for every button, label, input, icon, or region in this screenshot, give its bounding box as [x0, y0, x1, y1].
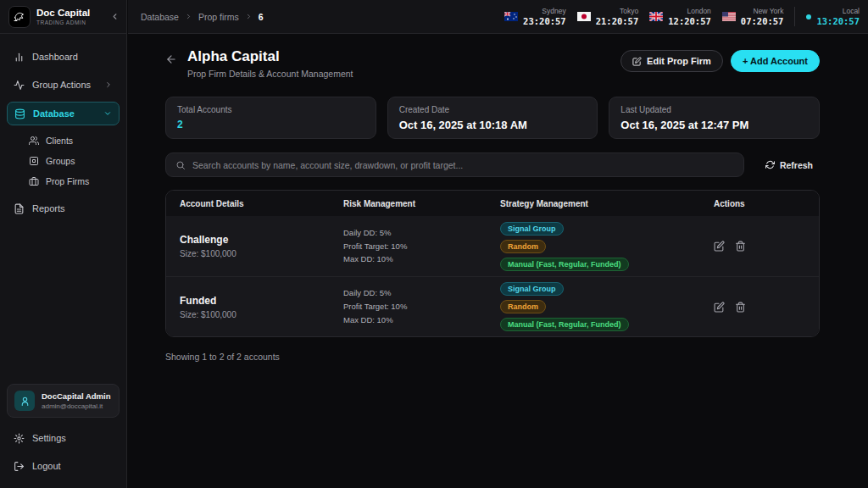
file-text-icon: [14, 203, 25, 214]
main-content: Alpha Capital Prop Firm Details & Accoun…: [128, 34, 868, 488]
table-header: Account Details Risk Management Strategy…: [166, 191, 819, 216]
briefcase-icon: [29, 176, 39, 186]
edit-pencil-icon: [632, 57, 642, 66]
back-arrow-icon[interactable]: [165, 53, 177, 65]
refresh-button[interactable]: Refresh: [759, 156, 820, 175]
user-email: admin@doccapital.it: [42, 402, 110, 410]
world-clocks: Sydney23:20:57 Tokyo21:20:57 London12:20…: [504, 7, 860, 26]
stat-value: Oct 16, 2025 at 12:47 PM: [620, 119, 808, 131]
clock-city: Tokyo: [620, 7, 638, 16]
breadcrumb: Database Prop firms 6: [141, 12, 264, 22]
table-row: Challenge Size: $100,000 Daily DD: 5% Pr…: [166, 216, 819, 276]
delete-account-icon[interactable]: [735, 302, 746, 313]
brand-subtitle: TRADING ADMIN: [36, 19, 90, 25]
account-size: Size: $100,000: [180, 249, 330, 258]
topbar: Database Prop firms 6 Sydney23:20:57 Tok…: [128, 0, 868, 34]
doc-capital-logo-icon: [8, 6, 31, 28]
breadcrumb-current: 6: [259, 12, 264, 22]
us-flag-icon: [722, 12, 736, 21]
clock-sydney: Sydney23:20:57: [504, 7, 566, 26]
user-card[interactable]: DocCapital Admin admin@doccapital.it: [7, 384, 120, 418]
sidebar-nav: Dashboard Group Actions Database Clients…: [0, 34, 126, 225]
sidebar-item-reports[interactable]: Reports: [7, 197, 120, 219]
refresh-icon: [765, 160, 775, 169]
page-title: Alpha Capital: [187, 48, 353, 65]
stat-value: 2: [177, 119, 364, 130]
account-size: Size: $100,000: [180, 310, 330, 319]
uk-flag-icon: [649, 12, 663, 21]
clock-time: 21:20:57: [596, 16, 639, 27]
add-account-label: + Add Account: [743, 56, 808, 66]
chevron-right-icon: [245, 13, 253, 20]
column-header-risk-management: Risk Management: [330, 199, 487, 208]
sidebar-item-dashboard[interactable]: Dashboard: [7, 46, 120, 68]
risk-daily-dd: Daily DD: 5%: [343, 286, 487, 300]
collapse-sidebar-icon[interactable]: [110, 12, 120, 21]
column-header-actions: Actions: [700, 199, 819, 208]
sidebar-item-prop-firms[interactable]: Prop Firms: [22, 172, 120, 191]
stat-card-total-accounts: Total Accounts 2: [165, 97, 376, 139]
sidebar-item-label: Database: [33, 108, 75, 119]
australia-flag-icon: [504, 12, 518, 21]
stat-card-last-updated: Last Updated Oct 16, 2025 at 12:47 PM: [609, 97, 820, 139]
badge-manual: Manual (Fast, Regular, Funded): [500, 258, 629, 271]
breadcrumb-database[interactable]: Database: [141, 12, 179, 22]
sidebar-item-clients[interactable]: Clients: [22, 131, 120, 150]
refresh-label: Refresh: [780, 160, 813, 170]
sidebar-item-group-actions[interactable]: Group Actions: [7, 74, 120, 96]
clock-city: Sydney: [542, 7, 565, 16]
add-account-button[interactable]: + Add Account: [731, 50, 820, 72]
edit-account-icon[interactable]: [714, 241, 725, 252]
stat-value: Oct 16, 2025 at 10:18 AM: [399, 119, 587, 131]
badge-random: Random: [500, 300, 546, 313]
grid-icon: [29, 156, 39, 166]
sidebar-item-label: Groups: [46, 156, 75, 166]
clock-time: 07:20:57: [741, 16, 784, 27]
delete-account-icon[interactable]: [735, 241, 746, 252]
results-count: Showing 1 to 2 of 2 accounts: [165, 352, 820, 362]
chevron-down-icon: [103, 109, 112, 118]
accounts-table: Account Details Risk Management Strategy…: [165, 190, 820, 337]
page-header: Alpha Capital Prop Firm Details & Accoun…: [165, 48, 820, 79]
clock-time: 13:20:57: [816, 16, 860, 27]
local-dot-icon: [806, 14, 811, 19]
sidebar-item-label: Dashboard: [32, 52, 78, 62]
logout-icon: [14, 461, 25, 472]
sidebar-item-database[interactable]: Database: [7, 102, 120, 125]
badge-signal-group: Signal Group: [500, 282, 564, 296]
activity-icon: [14, 80, 25, 91]
risk-max-dd: Max DD: 10%: [343, 313, 487, 327]
breadcrumb-prop-firms[interactable]: Prop firms: [198, 12, 239, 22]
search-icon: [175, 160, 186, 170]
stat-label: Total Accounts: [177, 105, 364, 114]
settings-button[interactable]: Settings: [7, 428, 120, 448]
stat-label: Created Date: [399, 105, 587, 114]
database-icon: [14, 108, 25, 119]
logout-button[interactable]: Logout: [7, 456, 120, 476]
sidebar-item-groups[interactable]: Groups: [22, 152, 120, 170]
stat-card-created-date: Created Date Oct 16, 2025 at 10:18 AM: [387, 97, 598, 139]
gear-icon: [14, 433, 25, 444]
badge-signal-group: Signal Group: [500, 222, 564, 236]
edit-prop-firm-button[interactable]: Edit Prop Firm: [620, 50, 723, 72]
clock-time: 23:20:57: [523, 16, 566, 27]
japan-flag-icon: [577, 12, 591, 21]
bar-chart-icon: [14, 52, 25, 63]
chevron-right-icon: [185, 13, 192, 20]
stat-label: Last Updated: [620, 105, 808, 114]
search-input[interactable]: [192, 160, 734, 170]
risk-max-dd: Max DD: 10%: [343, 252, 487, 266]
chevron-right-icon: [104, 80, 113, 89]
clock-local: Local13:20:57: [794, 7, 860, 26]
account-name: Challenge: [180, 234, 330, 246]
clock-city: Local: [843, 7, 860, 16]
clock-city: London: [687, 7, 710, 16]
clock-time: 12:20:57: [668, 16, 711, 27]
sidebar: Doc Capital TRADING ADMIN Dashboard Grou…: [0, 0, 127, 488]
sidebar-item-label: Clients: [46, 136, 73, 146]
clock-new-york: New York07:20:57: [722, 7, 784, 26]
users-icon: [29, 136, 39, 146]
edit-account-icon[interactable]: [714, 302, 725, 313]
search-row: Refresh: [165, 152, 820, 177]
database-subnav: Clients Groups Prop Firms: [7, 131, 120, 192]
